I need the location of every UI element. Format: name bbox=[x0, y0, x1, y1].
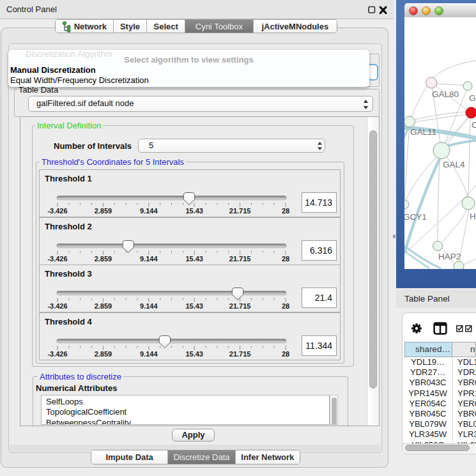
svg-text:GAL4: GAL4 bbox=[443, 160, 465, 169]
svg-text:GAL80: GAL80 bbox=[432, 89, 459, 99]
svg-text:C: C bbox=[472, 120, 476, 130]
svg-text:GAL11: GAL11 bbox=[410, 127, 436, 137]
svg-text:GCY1: GCY1 bbox=[404, 212, 427, 222]
svg-text:H: H bbox=[470, 211, 476, 221]
svg-text:HAP2: HAP2 bbox=[438, 252, 461, 261]
svg-text:G.: G. bbox=[469, 93, 476, 103]
